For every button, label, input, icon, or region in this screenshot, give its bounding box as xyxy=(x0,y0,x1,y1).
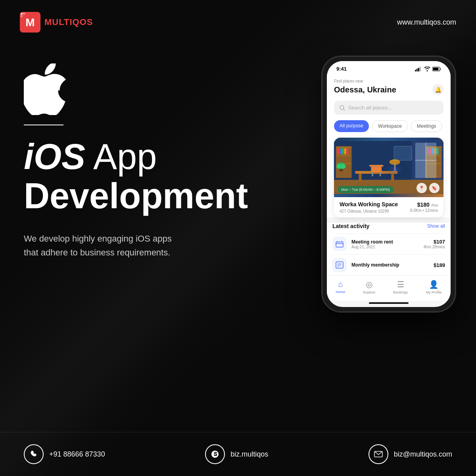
nav-profile-label: My Profile xyxy=(426,290,441,294)
logo: M MULTIQOS xyxy=(20,12,93,33)
phone-mockup: 9:41 xyxy=(321,56,456,313)
bookmark-action[interactable]: 🔖 xyxy=(429,183,440,193)
phone-frame: 9:41 xyxy=(321,56,456,313)
activity-amount-1: $107 xyxy=(424,239,445,245)
card-actions: 📍 🔖 xyxy=(416,183,440,193)
svg-rect-25 xyxy=(336,147,351,148)
svg-point-35 xyxy=(336,164,341,169)
contact-skype: biz.multiqos xyxy=(205,444,268,464)
nav-explore[interactable]: ◎ Explore xyxy=(363,280,376,294)
skype-circle xyxy=(205,444,225,464)
bookings-icon: ☰ xyxy=(397,280,404,289)
workspace-name: Worka Working Space xyxy=(340,201,398,207)
activity-item-2: Monthly membership $189 xyxy=(332,254,445,275)
svg-point-52 xyxy=(381,160,409,178)
activity-name-2: Monthly membership xyxy=(351,262,429,268)
email-address: biz@multiqos.com xyxy=(394,450,452,459)
activity-header: Latest activity Show all xyxy=(332,223,445,229)
svg-rect-30 xyxy=(342,148,344,154)
workspace-row-bottom: 427 Odessa, Ukraine 10299 8.0Km • 12mins xyxy=(340,208,438,213)
contact-email: biz@multiqos.com xyxy=(369,444,452,464)
workspace-card: Mon – Tue (8:00AM – 8:00PM) 📍 🔖 Worka Wo… xyxy=(334,138,443,217)
show-all-link[interactable]: Show all xyxy=(427,223,445,229)
tab-meetings[interactable]: Meetings xyxy=(411,120,442,132)
activity-section: Latest activity Show all Meeting room re… xyxy=(327,223,451,275)
phone-circle xyxy=(24,444,44,464)
svg-rect-3 xyxy=(23,13,25,15)
svg-point-36 xyxy=(341,164,345,169)
svg-rect-49 xyxy=(394,146,412,161)
location-name: Odessa, Ukraine xyxy=(334,85,396,94)
status-time: 9:41 xyxy=(336,66,347,72)
divider-line xyxy=(24,125,63,125)
workspace-price: $180 xyxy=(417,202,430,208)
nav-profile[interactable]: 👤 My Profile xyxy=(426,280,441,294)
svg-rect-26 xyxy=(336,155,351,156)
svg-rect-18 xyxy=(359,174,361,181)
filter-tabs: All purpose Workspace Meetings Semin... xyxy=(334,120,443,132)
email-circle xyxy=(369,444,388,464)
workspace-distance: 8.0Km • 12mins xyxy=(410,208,438,213)
app-content: Find places near Odessa, Ukraine 🔔 Searc… xyxy=(327,74,451,217)
logo-icon: M xyxy=(20,12,40,33)
workspace-row-top: Worka Working Space $180 /mo xyxy=(340,201,438,208)
activity-item-1: Meeting room rent Aug 21, 2021 $107 4hrs… xyxy=(332,233,445,254)
ios-title: iOS App xyxy=(24,137,246,177)
tab-workspace[interactable]: Workspace xyxy=(372,120,408,132)
footer: +91 88666 87330 biz.multiqos biz@multiqo… xyxy=(0,432,476,476)
workspace-info: Worka Working Space $180 /mo 427 Odessa,… xyxy=(334,197,443,217)
svg-rect-31 xyxy=(344,148,346,154)
svg-rect-32 xyxy=(346,148,348,154)
svg-rect-10 xyxy=(433,67,439,70)
bell-icon[interactable]: 🔔 xyxy=(432,84,443,95)
activity-date-1: Aug 21, 2021 xyxy=(351,245,419,249)
nav-bookings-label: Bookings xyxy=(393,290,408,294)
contact-phone: +91 88666 87330 xyxy=(24,444,105,464)
profile-icon: 👤 xyxy=(429,280,439,289)
location-action[interactable]: 📍 xyxy=(416,183,427,193)
svg-rect-22 xyxy=(372,172,373,177)
svg-rect-8 xyxy=(420,67,421,71)
activity-icon-2 xyxy=(332,258,347,272)
home-icon: ⌂ xyxy=(338,280,343,289)
apple-icon xyxy=(24,63,246,117)
svg-rect-11 xyxy=(440,68,441,70)
bottom-bar xyxy=(369,302,409,304)
svg-text:M: M xyxy=(25,16,35,29)
svg-rect-2 xyxy=(21,13,23,15)
phone-screen: 9:41 xyxy=(327,61,451,307)
nav-home[interactable]: ⌂ Home xyxy=(336,280,345,294)
phone-number: +91 88666 87330 xyxy=(49,450,105,459)
svg-rect-6 xyxy=(416,69,418,71)
svg-rect-28 xyxy=(337,148,339,154)
svg-rect-45 xyxy=(436,148,438,154)
search-placeholder: Search all places... xyxy=(348,105,392,111)
activity-details-1: Meeting room rent Aug 21, 2021 xyxy=(351,239,419,249)
activity-name-1: Meeting room rent xyxy=(351,239,419,245)
status-bar: 9:41 xyxy=(327,61,451,74)
svg-rect-23 xyxy=(380,172,381,177)
activity-amount-2: $189 xyxy=(434,262,445,268)
description: We develop highly engaging iOS appsthat … xyxy=(24,232,246,259)
svg-rect-21 xyxy=(371,167,382,172)
location-header: Odessa, Ukraine 🔔 xyxy=(334,84,443,95)
website-url: www.multiqos.com xyxy=(397,18,456,27)
status-icons xyxy=(415,67,441,71)
workspace-badge: Mon – Tue (8:00AM – 8:00PM) xyxy=(338,186,393,193)
nav-explore-label: Explore xyxy=(363,290,376,294)
ios-subtitle: Development xyxy=(24,177,246,216)
header: M MULTIQOS www.multiqos.com xyxy=(0,0,476,44)
activity-title: Latest activity xyxy=(332,223,369,229)
tab-all-purpose[interactable]: All purpose xyxy=(334,120,369,132)
search-bar[interactable]: Search all places... xyxy=(334,101,443,115)
nav-bookings[interactable]: ☰ Bookings xyxy=(393,280,408,294)
nav-home-label: Home xyxy=(336,290,345,294)
activity-icon-1 xyxy=(332,237,347,251)
svg-rect-4 xyxy=(21,15,23,17)
activity-details-2: Monthly membership xyxy=(351,262,429,268)
svg-line-13 xyxy=(344,109,345,110)
price-unit: /mo xyxy=(431,203,438,207)
activity-duration-1: 4hrs 28mins xyxy=(424,245,445,249)
left-content: iOS App Development We develop highly en… xyxy=(24,63,246,259)
svg-rect-29 xyxy=(339,149,341,154)
